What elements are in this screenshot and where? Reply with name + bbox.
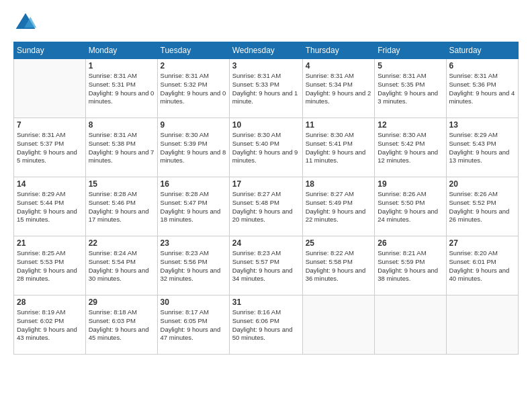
- day-info: Sunrise: 8:31 AMSunset: 5:32 PMDaylight:…: [161, 72, 226, 106]
- calendar-cell: 29Sunrise: 8:18 AMSunset: 6:03 PMDayligh…: [85, 295, 157, 355]
- calendar-table: SundayMondayTuesdayWednesdayThursdayFrid…: [13, 42, 519, 355]
- calendar-cell: [375, 295, 446, 355]
- day-info: Sunrise: 8:27 AMSunset: 5:49 PMDaylight:…: [306, 190, 372, 224]
- calendar-cell: 16Sunrise: 8:28 AMSunset: 5:47 PMDayligh…: [157, 177, 229, 236]
- week-row-4: 28Sunrise: 8:19 AMSunset: 6:02 PMDayligh…: [14, 295, 519, 355]
- day-info: Sunrise: 8:22 AMSunset: 5:58 PMDaylight:…: [306, 249, 372, 283]
- day-number: 31: [232, 298, 300, 307]
- day-number: 24: [232, 238, 300, 248]
- week-row-2: 14Sunrise: 8:29 AMSunset: 5:44 PMDayligh…: [14, 177, 519, 236]
- day-number: 12: [378, 120, 443, 130]
- day-info: Sunrise: 8:31 AMSunset: 5:35 PMDaylight:…: [378, 72, 443, 106]
- day-info: Sunrise: 8:28 AMSunset: 5:47 PMDaylight:…: [161, 190, 226, 224]
- day-info: Sunrise: 8:16 AMSunset: 6:06 PMDaylight:…: [232, 308, 300, 342]
- day-number: 9: [161, 120, 226, 130]
- weekday-header-row: SundayMondayTuesdayWednesdayThursdayFrid…: [14, 42, 519, 59]
- day-number: 30: [161, 298, 226, 307]
- day-info: Sunrise: 8:18 AMSunset: 6:03 PMDaylight:…: [89, 308, 154, 342]
- day-info: Sunrise: 8:23 AMSunset: 5:56 PMDaylight:…: [161, 249, 226, 283]
- calendar-cell: 19Sunrise: 8:26 AMSunset: 5:50 PMDayligh…: [375, 177, 446, 236]
- calendar-cell: 4Sunrise: 8:31 AMSunset: 5:34 PMDaylight…: [302, 59, 375, 118]
- day-number: 6: [449, 61, 515, 71]
- calendar-cell: 3Sunrise: 8:31 AMSunset: 5:33 PMDaylight…: [229, 59, 302, 118]
- day-info: Sunrise: 8:29 AMSunset: 5:43 PMDaylight:…: [449, 131, 515, 165]
- day-info: Sunrise: 8:28 AMSunset: 5:46 PMDaylight:…: [89, 190, 154, 224]
- day-number: 23: [161, 238, 226, 248]
- calendar-cell: [14, 59, 86, 118]
- day-number: 29: [89, 298, 154, 307]
- day-info: Sunrise: 8:21 AMSunset: 5:59 PMDaylight:…: [378, 249, 443, 283]
- calendar-cell: 23Sunrise: 8:23 AMSunset: 5:56 PMDayligh…: [157, 236, 229, 295]
- logo-icon: [13, 11, 38, 35]
- day-number: 7: [17, 120, 83, 130]
- day-number: 18: [306, 179, 372, 189]
- day-number: 19: [378, 179, 443, 189]
- day-info: Sunrise: 8:30 AMSunset: 5:39 PMDaylight:…: [161, 131, 226, 165]
- calendar-cell: 24Sunrise: 8:23 AMSunset: 5:57 PMDayligh…: [229, 236, 302, 295]
- weekday-header-monday: Monday: [85, 42, 157, 59]
- calendar-cell: 8Sunrise: 8:31 AMSunset: 5:38 PMDaylight…: [85, 118, 157, 177]
- calendar-cell: 6Sunrise: 8:31 AMSunset: 5:36 PMDaylight…: [446, 59, 518, 118]
- day-number: 8: [89, 120, 154, 130]
- weekday-header-thursday: Thursday: [302, 42, 375, 59]
- day-number: 26: [378, 238, 443, 248]
- day-number: 17: [232, 179, 300, 189]
- day-number: 1: [89, 61, 154, 71]
- day-info: Sunrise: 8:27 AMSunset: 5:48 PMDaylight:…: [232, 190, 300, 224]
- week-row-0: 1Sunrise: 8:31 AMSunset: 5:31 PMDaylight…: [14, 59, 519, 118]
- week-row-1: 7Sunrise: 8:31 AMSunset: 5:37 PMDaylight…: [14, 118, 519, 177]
- calendar-cell: 2Sunrise: 8:31 AMSunset: 5:32 PMDaylight…: [157, 59, 229, 118]
- day-info: Sunrise: 8:30 AMSunset: 5:40 PMDaylight:…: [232, 131, 300, 165]
- day-number: 2: [161, 61, 226, 71]
- day-info: Sunrise: 8:31 AMSunset: 5:36 PMDaylight:…: [449, 72, 515, 106]
- day-number: 11: [306, 120, 372, 130]
- day-number: 20: [449, 179, 515, 189]
- day-number: 5: [378, 61, 443, 71]
- weekday-header-sunday: Sunday: [14, 42, 86, 59]
- calendar-cell: 12Sunrise: 8:30 AMSunset: 5:42 PMDayligh…: [375, 118, 446, 177]
- day-info: Sunrise: 8:24 AMSunset: 5:54 PMDaylight:…: [89, 249, 154, 283]
- header: [13, 11, 519, 35]
- calendar-cell: 14Sunrise: 8:29 AMSunset: 5:44 PMDayligh…: [14, 177, 86, 236]
- logo: [13, 11, 40, 35]
- calendar-cell: 17Sunrise: 8:27 AMSunset: 5:48 PMDayligh…: [229, 177, 302, 236]
- day-info: Sunrise: 8:26 AMSunset: 5:50 PMDaylight:…: [378, 190, 443, 224]
- day-info: Sunrise: 8:17 AMSunset: 6:05 PMDaylight:…: [161, 308, 226, 342]
- day-number: 14: [17, 179, 83, 189]
- day-number: 21: [17, 238, 83, 248]
- calendar-cell: 21Sunrise: 8:25 AMSunset: 5:53 PMDayligh…: [14, 236, 86, 295]
- day-info: Sunrise: 8:31 AMSunset: 5:38 PMDaylight:…: [89, 131, 154, 165]
- calendar-cell: 28Sunrise: 8:19 AMSunset: 6:02 PMDayligh…: [14, 295, 86, 355]
- calendar-cell: 13Sunrise: 8:29 AMSunset: 5:43 PMDayligh…: [446, 118, 518, 177]
- calendar-cell: 20Sunrise: 8:26 AMSunset: 5:52 PMDayligh…: [446, 177, 518, 236]
- calendar-cell: 26Sunrise: 8:21 AMSunset: 5:59 PMDayligh…: [375, 236, 446, 295]
- weekday-header-friday: Friday: [375, 42, 446, 59]
- day-info: Sunrise: 8:26 AMSunset: 5:52 PMDaylight:…: [449, 190, 515, 224]
- day-info: Sunrise: 8:31 AMSunset: 5:31 PMDaylight:…: [89, 72, 154, 106]
- day-info: Sunrise: 8:20 AMSunset: 6:01 PMDaylight:…: [449, 249, 515, 283]
- day-info: Sunrise: 8:31 AMSunset: 5:37 PMDaylight:…: [17, 131, 83, 165]
- calendar-cell: 7Sunrise: 8:31 AMSunset: 5:37 PMDaylight…: [14, 118, 86, 177]
- calendar-cell: 10Sunrise: 8:30 AMSunset: 5:40 PMDayligh…: [229, 118, 302, 177]
- day-info: Sunrise: 8:23 AMSunset: 5:57 PMDaylight:…: [232, 249, 300, 283]
- day-number: 27: [449, 238, 515, 248]
- calendar-cell: 1Sunrise: 8:31 AMSunset: 5:31 PMDaylight…: [85, 59, 157, 118]
- day-info: Sunrise: 8:25 AMSunset: 5:53 PMDaylight:…: [17, 249, 83, 283]
- day-number: 22: [89, 238, 154, 248]
- day-info: Sunrise: 8:29 AMSunset: 5:44 PMDaylight:…: [17, 190, 83, 224]
- calendar-cell: 5Sunrise: 8:31 AMSunset: 5:35 PMDaylight…: [375, 59, 446, 118]
- day-info: Sunrise: 8:19 AMSunset: 6:02 PMDaylight:…: [17, 308, 83, 342]
- day-number: 25: [306, 238, 372, 248]
- calendar-cell: 27Sunrise: 8:20 AMSunset: 6:01 PMDayligh…: [446, 236, 518, 295]
- day-info: Sunrise: 8:31 AMSunset: 5:33 PMDaylight:…: [232, 72, 300, 106]
- calendar-cell: 30Sunrise: 8:17 AMSunset: 6:05 PMDayligh…: [157, 295, 229, 355]
- day-number: 10: [232, 120, 300, 130]
- calendar-cell: [302, 295, 375, 355]
- day-number: 16: [161, 179, 226, 189]
- calendar-cell: 9Sunrise: 8:30 AMSunset: 5:39 PMDaylight…: [157, 118, 229, 177]
- day-info: Sunrise: 8:30 AMSunset: 5:42 PMDaylight:…: [378, 131, 443, 165]
- day-info: Sunrise: 8:30 AMSunset: 5:41 PMDaylight:…: [306, 131, 372, 165]
- weekday-header-wednesday: Wednesday: [229, 42, 302, 59]
- calendar-cell: 11Sunrise: 8:30 AMSunset: 5:41 PMDayligh…: [302, 118, 375, 177]
- weekday-header-saturday: Saturday: [446, 42, 518, 59]
